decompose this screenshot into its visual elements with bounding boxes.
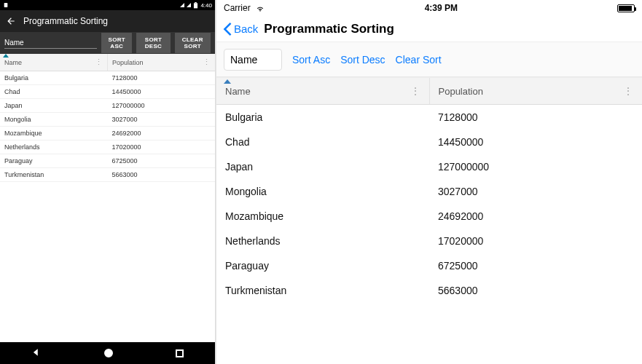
cell-name: Bulgaria xyxy=(216,105,429,130)
android-grid-header: Name ⋮ Population ⋮ xyxy=(0,54,215,71)
svg-rect-0 xyxy=(4,3,8,7)
cell-name: Japan xyxy=(216,154,429,179)
sort-asc-indicator-icon xyxy=(224,79,231,84)
cell-population: 127000000 xyxy=(108,99,216,113)
cell-name: Paraguay xyxy=(216,253,429,278)
cell-population: 6725000 xyxy=(108,154,216,168)
column-header-population[interactable]: Population ⋮ xyxy=(108,54,215,71)
ios-grid-header: Name ⋮ Population ⋮ xyxy=(216,77,642,105)
sort-asc-button[interactable]: SORT ASC xyxy=(101,33,132,53)
cell-name: Netherlands xyxy=(0,141,108,154)
table-row[interactable]: Japan127000000 xyxy=(216,154,642,179)
table-row[interactable]: Mongolia3027000 xyxy=(216,179,642,204)
table-row[interactable]: Turkmenistan5663000 xyxy=(216,278,642,303)
cell-population: 5663000 xyxy=(429,278,642,303)
table-row[interactable]: Netherlands17020000 xyxy=(0,141,215,154)
sort-asc-indicator-icon xyxy=(3,54,9,58)
nav-home-icon[interactable] xyxy=(104,349,113,357)
nav-back-icon[interactable] xyxy=(31,347,42,359)
cell-population: 7128000 xyxy=(429,105,642,130)
sort-asc-button[interactable]: Sort Asc xyxy=(292,54,330,66)
table-row[interactable]: Bulgaria7128000 xyxy=(216,105,642,130)
ios-screen: Carrier 4:39 PM Back Programmatic Sortin… xyxy=(216,0,642,364)
carrier-label: Carrier xyxy=(224,3,251,13)
android-appbar: Programmatic Sorting xyxy=(0,10,215,32)
table-row[interactable]: Paraguay6725000 xyxy=(216,253,642,278)
wifi-icon xyxy=(255,3,265,13)
column-header-name[interactable]: Name ⋮ xyxy=(0,54,108,71)
table-row[interactable]: Chad14450000 xyxy=(216,130,642,154)
table-row[interactable]: Mongolia3027000 xyxy=(0,113,215,127)
android-screen: 4:40 Programmatic Sorting SORT ASC SORT … xyxy=(0,0,216,364)
svg-rect-1 xyxy=(194,3,197,8)
cell-name: Mongolia xyxy=(0,113,108,127)
cell-population: 17020000 xyxy=(429,229,642,253)
cell-name: Bulgaria xyxy=(0,71,108,85)
column-header-name[interactable]: Name ⋮ xyxy=(216,78,430,104)
back-button[interactable]: Back xyxy=(222,23,258,36)
cell-name: Mozambique xyxy=(0,127,108,141)
column-menu-icon[interactable]: ⋮ xyxy=(203,58,211,66)
cell-population: 7128000 xyxy=(108,71,216,85)
status-time: 4:40 xyxy=(200,2,212,9)
cell-population: 6725000 xyxy=(429,253,642,278)
table-row[interactable]: Turkmenistan5663000 xyxy=(0,168,215,182)
android-navbar xyxy=(0,342,215,364)
android-statusbar: 4:40 xyxy=(0,0,215,10)
nav-recent-icon[interactable] xyxy=(176,349,184,357)
clear-sort-button[interactable]: Clear Sort xyxy=(396,54,442,66)
cell-population: 127000000 xyxy=(429,154,642,179)
table-row[interactable]: Netherlands17020000 xyxy=(216,229,642,253)
cell-population: 14450000 xyxy=(108,85,216,99)
ios-toolbar: Sort Asc Sort Desc Clear Sort xyxy=(216,42,642,77)
cell-population: 3027000 xyxy=(108,113,216,127)
table-row[interactable]: Paraguay6725000 xyxy=(0,154,215,168)
column-menu-icon[interactable]: ⋮ xyxy=(95,58,103,66)
sort-field-input[interactable] xyxy=(224,49,282,71)
cell-name: Chad xyxy=(216,130,429,154)
sort-desc-button[interactable]: SORT DESC xyxy=(136,33,170,53)
cell-population: 17020000 xyxy=(108,141,216,154)
table-row[interactable]: Japan127000000 xyxy=(0,99,215,113)
android-grid-body: Bulgaria7128000Chad14450000Japan12700000… xyxy=(0,71,215,182)
column-label: Population xyxy=(439,86,483,97)
cell-name: Turkmenistan xyxy=(216,278,429,303)
column-label: Population xyxy=(112,59,144,66)
table-row[interactable]: Bulgaria7128000 xyxy=(0,71,215,85)
column-header-population[interactable]: Population ⋮ xyxy=(430,78,643,104)
back-arrow-icon[interactable] xyxy=(6,16,16,26)
cell-population: 24692000 xyxy=(429,204,642,229)
table-row[interactable]: Mozambique24692000 xyxy=(216,204,642,229)
ios-navbar: Back Programmatic Sorting xyxy=(216,16,642,42)
clear-sort-button[interactable]: CLEAR SORT xyxy=(175,33,211,53)
cell-name: Mozambique xyxy=(216,204,429,229)
cell-name: Paraguay xyxy=(0,154,108,168)
column-menu-icon[interactable]: ⋮ xyxy=(623,85,633,97)
cell-population: 24692000 xyxy=(108,127,216,141)
table-row[interactable]: Mozambique24692000 xyxy=(0,127,215,141)
cell-name: Japan xyxy=(0,99,108,113)
appbar-title: Programmatic Sorting xyxy=(23,16,108,26)
sort-desc-button[interactable]: Sort Desc xyxy=(340,54,385,66)
cell-name: Mongolia xyxy=(216,179,429,204)
back-label: Back xyxy=(234,23,258,35)
android-toolbar: SORT ASC SORT DESC CLEAR SORT xyxy=(0,32,215,54)
cell-population: 3027000 xyxy=(429,179,642,204)
cell-name: Netherlands xyxy=(216,229,429,253)
column-menu-icon[interactable]: ⋮ xyxy=(410,85,420,97)
signal-icon xyxy=(187,3,191,7)
cell-name: Chad xyxy=(0,85,108,99)
column-label: Name xyxy=(225,86,251,97)
sort-field-input[interactable] xyxy=(4,37,97,49)
cell-population: 14450000 xyxy=(429,130,642,154)
notification-icon xyxy=(3,2,9,8)
svg-rect-2 xyxy=(195,2,197,3)
column-label: Name xyxy=(4,59,22,66)
battery-icon xyxy=(193,2,198,9)
signal-icon xyxy=(180,3,184,7)
nav-title: Programmatic Sorting xyxy=(264,22,394,36)
table-row[interactable]: Chad14450000 xyxy=(0,85,215,99)
cell-population: 5663000 xyxy=(108,168,216,182)
status-time: 4:39 PM xyxy=(425,3,458,13)
ios-statusbar: Carrier 4:39 PM xyxy=(216,0,642,16)
